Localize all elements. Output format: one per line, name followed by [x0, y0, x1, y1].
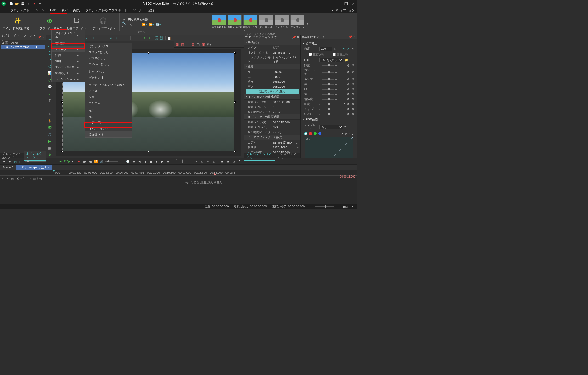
filter-sharpness[interactable]: シャ-プネス — [85, 69, 132, 75]
reset-icon[interactable]: ⟲ — [350, 71, 355, 74]
menu-specialfx[interactable]: スペシャル FX▶ — [52, 64, 85, 70]
quickstyle-grey3[interactable]: グレ-スケ-ル — [290, 15, 305, 32]
cut2-icon[interactable]: ⎆ — [206, 159, 210, 164]
flip-h-checkbox[interactable]: 左右反転 — [306, 52, 324, 57]
menu-register[interactable]: 登録 — [148, 8, 154, 13]
cut3-icon[interactable]: ⎌ — [211, 159, 216, 164]
filter-stackblur[interactable]: スタックぼかし — [85, 49, 132, 55]
blue-slider[interactable] — [322, 94, 334, 95]
lut-select[interactable]: LUTを使用しない — [319, 58, 343, 62]
tool-wrench-icon[interactable]: 🔧▾ — [122, 23, 126, 27]
section-drawtime[interactable]: ▾オブジェクトの描画時間 — [244, 114, 300, 120]
menu-scene[interactable]: シーン — [35, 8, 44, 13]
tool-add-tooltip-icon[interactable]: 🗨 — [47, 91, 53, 96]
video-effects-button[interactable]: 🎞 動画エフェクト — [66, 14, 88, 31]
menu-filter[interactable]: フィルタ▶ — [52, 46, 85, 52]
end-marker-icon[interactable] — [213, 173, 216, 175]
tab-object-explorer[interactable]: オブ ジ ェクト エクス… — [24, 151, 46, 161]
qat-export-icon[interactable]: ⎆ — [27, 2, 30, 5]
flip-v-checkbox[interactable]: 垂直反転 — [330, 52, 348, 57]
quickstyle-autolevel[interactable]: 自動レベル補 — [227, 15, 242, 32]
contrast-slider[interactable] — [322, 72, 334, 73]
ct-group-icon[interactable]: ⿺ — [154, 36, 159, 41]
filter-pixelate[interactable]: ピクセレ-ト — [85, 75, 132, 81]
menu-quickstyle[interactable]: クイックスタイル▶ — [52, 30, 85, 40]
reset-icon[interactable]: ⟲ — [350, 78, 355, 81]
marker-out-icon[interactable]: ⎦ — [180, 159, 185, 164]
rgb-curves-editor[interactable]: 255 128 0 — [305, 137, 353, 158]
tree-scene-0[interactable]: ⊟🎬Scene 0 — [1, 41, 45, 45]
marker-in-icon[interactable]: ⎡ — [174, 159, 179, 164]
loop-icon[interactable]: 🔁 — [94, 159, 98, 164]
qat-open-icon[interactable]: 📂 — [15, 2, 19, 5]
del3-icon[interactable]: ⊡ — [231, 159, 236, 164]
timeline-ruler[interactable]: :000 00:01.500 00:03.000 00:04.500 00:06… — [53, 170, 357, 175]
ct-same-height-icon[interactable]: ↕ — [125, 36, 129, 41]
angle-input[interactable] — [319, 47, 332, 51]
zoom-slider[interactable] — [25, 161, 46, 162]
sb-zoom-slider[interactable] — [315, 206, 334, 207]
lut-browse-icon[interactable]: 📁 — [344, 58, 348, 62]
ct-up-icon[interactable]: ↑ — [132, 36, 136, 41]
quickstyle-grey2[interactable]: グレ-スケ-ル — [274, 15, 289, 32]
filter-diffuse[interactable]: 拡散 — [85, 94, 132, 100]
quickstyle-autocontrast[interactable]: 自動コトラスト — [243, 15, 258, 32]
menu-view[interactable]: 表示 — [61, 8, 68, 13]
reset-icon[interactable]: ⟲ — [350, 82, 355, 86]
fit-parent-button[interactable]: 親と同じサイズに設定 — [246, 89, 299, 94]
curve-channel-red[interactable] — [309, 132, 312, 135]
quickstyle-all[interactable]: 全ての効果の — [212, 15, 226, 32]
tool-crop-icon[interactable]: ⛶ — [136, 23, 140, 27]
section-basic-correction[interactable]: ◢基本補正 — [303, 40, 355, 46]
split-icon[interactable]: ✂ — [194, 159, 199, 164]
reset-icon[interactable]: ⟲ — [350, 87, 355, 91]
section-createtime[interactable]: ▾オブジェクトの作成時間 — [244, 94, 300, 100]
filter-min[interactable]: 最小 — [85, 107, 132, 113]
qat-dropdown-icon[interactable]: ▾ — [38, 2, 42, 5]
pin-icon[interactable]: 📌 — [38, 36, 41, 39]
curve-channel-rgb[interactable] — [304, 132, 307, 135]
play-button[interactable]: ▶ — [76, 159, 81, 164]
filter-median[interactable]: メディアン — [85, 119, 132, 125]
volume-icon[interactable]: 🔊 — [99, 159, 104, 164]
ct2-crop1-icon[interactable]: ▦ — [175, 42, 179, 47]
clock-icon[interactable]: 🕐 — [126, 159, 130, 164]
options-label[interactable]: オプション — [340, 8, 355, 12]
qat-save-icon[interactable]: 💾 — [21, 2, 25, 5]
filter-max[interactable]: 最大 — [85, 113, 132, 119]
section-videosettings[interactable]: ▸ビデオオブジェクトの設定 — [244, 135, 300, 140]
ct-dist-v-icon[interactable]: ⇳ — [114, 36, 119, 41]
tool-add-text-icon[interactable]: T — [47, 97, 53, 103]
tab-resources[interactable]: リソ-ス ウィンド ウ — [275, 151, 300, 160]
ct-align-middle-icon[interactable]: ⫨ — [97, 36, 101, 41]
ct2-gear-icon[interactable]: ⚙▾ — [207, 42, 211, 47]
res-dropdown-icon[interactable]: ▾ — [71, 159, 75, 164]
menu-colorcorrection[interactable]: 色調補正▶ — [52, 40, 85, 46]
zoom-fit-icon[interactable]: [◦] — [13, 159, 18, 164]
tool-rotate-icon[interactable]: ⟲ — [129, 23, 133, 27]
ct-paste-icon[interactable]: 📋 — [167, 36, 171, 41]
nav-next-frame-icon[interactable]: ⏵ — [154, 159, 159, 164]
ct-top-icon[interactable]: ⤒ — [142, 36, 147, 41]
filter-oilpaint[interactable]: オイルペイント — [85, 125, 132, 131]
add-object-button[interactable]: ⊕ オブジェクトを追加 — [36, 14, 64, 31]
red-slider[interactable] — [322, 84, 334, 85]
qat-record-icon[interactable]: ● — [32, 2, 36, 5]
zoom-sel-icon[interactable]: [—] — [19, 159, 24, 164]
ct-down-icon[interactable]: ↓ — [137, 36, 142, 41]
menu-transform[interactable]: 変換▶ — [52, 52, 85, 58]
nav-prev-icon[interactable]: ◀ — [137, 159, 142, 164]
filter-boxblur[interactable]: ぼかしボックス — [85, 43, 132, 49]
tool-reverse-icon[interactable]: ⏪▾ — [149, 23, 154, 27]
temperature-slider[interactable] — [322, 99, 334, 100]
tool-sync-icon[interactable]: 🔄▾ — [156, 23, 160, 27]
del2-icon[interactable]: ⊞ — [225, 159, 230, 164]
reset-icon[interactable]: ⟲ — [350, 97, 355, 101]
gear-icon[interactable]: ⚙ — [336, 8, 339, 12]
panel-close-icon[interactable]: ✕ — [42, 36, 45, 39]
nav-stop-icon[interactable]: ⏹ — [149, 159, 153, 164]
reset-icon[interactable]: ⟲ — [350, 112, 355, 116]
preview-eye-icon[interactable]: 👁 — [58, 159, 63, 164]
tool-add-audio-icon[interactable]: 🎵 — [47, 131, 53, 137]
minimize-button[interactable]: — — [337, 2, 341, 6]
